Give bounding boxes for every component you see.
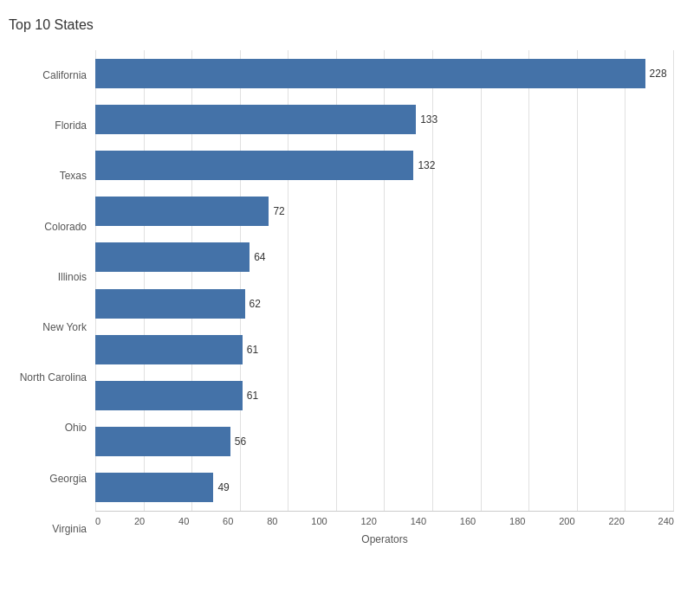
- bar-row: 62: [95, 285, 674, 323]
- x-tick: 40: [178, 516, 189, 526]
- bar: [95, 473, 213, 502]
- x-axis: 020406080100120140160180200220240 Operat…: [95, 511, 674, 554]
- x-axis-label: Operators: [95, 533, 674, 545]
- bar-row: 64: [95, 238, 674, 276]
- y-axis-label: North Carolina: [9, 372, 87, 383]
- bar-row: 61: [95, 377, 674, 415]
- bar: [95, 381, 243, 410]
- y-axis: CaliforniaFloridaTexasColoradoIllinoisNe…: [9, 50, 95, 554]
- bar-value: 228: [650, 68, 667, 80]
- y-axis-label: Ohio: [9, 422, 87, 433]
- x-tick: 0: [95, 516, 100, 526]
- x-tick: 100: [311, 516, 327, 526]
- bar: [95, 427, 230, 456]
- bar: [95, 59, 645, 88]
- bar-row: 133: [95, 100, 674, 139]
- x-tick: 160: [460, 516, 476, 526]
- bar-value: 64: [254, 251, 265, 263]
- y-axis-label: Texas: [9, 171, 87, 181]
- bar-value: 62: [250, 298, 261, 310]
- x-tick: 140: [411, 516, 426, 526]
- bar-row: 49: [95, 468, 674, 506]
- y-axis-label: Florida: [9, 120, 87, 131]
- x-tick: 60: [223, 516, 233, 526]
- bar-row: 72: [95, 192, 674, 230]
- bar-value: 133: [420, 113, 438, 126]
- y-axis-label: New York: [9, 322, 87, 332]
- bar-value: 49: [217, 481, 229, 493]
- y-axis-label: Illinois: [9, 272, 87, 282]
- chart-container: Top 10 States CaliforniaFloridaTexasColo…: [0, 0, 700, 606]
- bar: [95, 335, 243, 364]
- x-tick: 120: [360, 516, 376, 526]
- bar: [95, 105, 416, 134]
- bar-row: 132: [95, 146, 674, 184]
- bar-value: 72: [273, 205, 284, 217]
- bar: [95, 242, 250, 272]
- chart-area: CaliforniaFloridaTexasColoradoIllinoisNe…: [9, 50, 674, 554]
- bar-value: 132: [418, 159, 435, 171]
- y-axis-label: Georgia: [9, 474, 87, 484]
- bar-value: 61: [247, 390, 258, 402]
- bar: [95, 289, 245, 319]
- bar: [95, 151, 413, 180]
- chart-title: Top 10 States: [9, 17, 674, 33]
- x-tick: 20: [134, 516, 145, 526]
- bar-value: 61: [247, 344, 258, 356]
- y-axis-label: Colorado: [9, 222, 87, 232]
- x-tick: 80: [267, 516, 277, 526]
- x-ticks: 020406080100120140160180200220240: [95, 512, 674, 526]
- y-axis-label: Virginia: [9, 524, 87, 534]
- x-tick: 200: [559, 516, 574, 526]
- bar-value: 56: [235, 435, 246, 448]
- x-tick: 180: [509, 516, 525, 526]
- x-tick: 220: [608, 516, 624, 526]
- y-axis-label: California: [9, 70, 87, 81]
- bar-row: 61: [95, 331, 674, 369]
- bar: [95, 197, 269, 226]
- bar-row: 56: [95, 422, 674, 461]
- x-tick: 240: [658, 516, 674, 526]
- bar-row: 228: [95, 55, 674, 93]
- bars-area: 22813313272646261615649: [95, 50, 674, 511]
- bars-and-xaxis: 22813313272646261615649 0204060801001201…: [95, 50, 674, 554]
